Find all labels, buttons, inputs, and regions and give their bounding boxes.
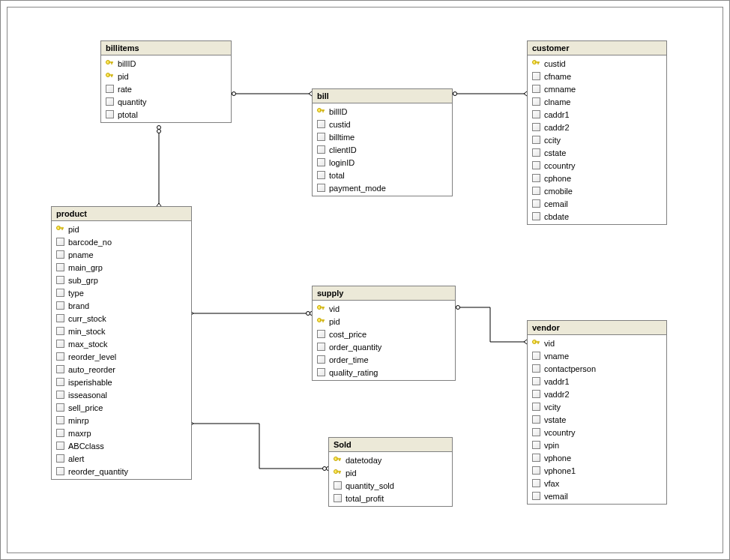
field-vendor-vid[interactable]: vid: [528, 337, 666, 349]
field-billitems-pid[interactable]: pid: [101, 70, 231, 82]
field-vendor-vpin[interactable]: vpin: [528, 439, 666, 451]
field-customer-cphone[interactable]: cphone: [528, 172, 666, 184]
column-icon: [531, 136, 541, 145]
field-bill-billtime[interactable]: billtime: [313, 130, 452, 143]
field-product-alert[interactable]: alert: [52, 452, 191, 465]
field-vendor-vfax[interactable]: vfax: [528, 477, 666, 490]
field-product-pname[interactable]: pname: [52, 248, 191, 261]
table-title-sold[interactable]: Sold: [329, 438, 452, 452]
field-product-reorder_quantity[interactable]: reorder_quantity: [52, 465, 191, 478]
field-product-reorder_level[interactable]: reorder_level: [52, 350, 191, 363]
table-title-bill[interactable]: bill: [313, 89, 452, 103]
field-customer-cfname[interactable]: cfname: [528, 70, 666, 82]
field-billitems-rate[interactable]: rate: [101, 82, 231, 95]
primary-key-icon: [332, 456, 343, 465]
field-billitems-ptotal[interactable]: ptotal: [101, 108, 231, 121]
field-label: cstate: [544, 148, 566, 157]
table-sold[interactable]: Solddatetodaypidquantity_soldtotal_profi…: [328, 437, 453, 507]
field-vendor-vcity[interactable]: vcity: [528, 400, 666, 413]
field-vendor-vaddr2[interactable]: vaddr2: [528, 388, 666, 400]
field-customer-cemail[interactable]: cemail: [528, 197, 666, 210]
connection-billitems-product[interactable]: [157, 126, 161, 210]
field-customer-cmname[interactable]: cmname: [528, 82, 666, 95]
field-bill-clientID[interactable]: clientID: [313, 143, 452, 156]
field-supply-order_quantity[interactable]: order_quantity: [313, 340, 455, 353]
field-label: vid: [544, 339, 555, 348]
field-customer-custid[interactable]: custid: [528, 57, 666, 70]
field-vendor-vphone1[interactable]: vphone1: [528, 464, 666, 477]
table-title-billitems[interactable]: billitems: [101, 41, 231, 55]
field-product-barcode_no[interactable]: barcode_no: [52, 235, 191, 248]
field-product-sell_price[interactable]: sell_price: [52, 401, 191, 414]
field-customer-cmobile[interactable]: cmobile: [528, 184, 666, 197]
field-sold-total_profit[interactable]: total_profit: [329, 492, 452, 505]
field-supply-cost_price[interactable]: cost_price: [313, 328, 455, 340]
field-label: rate: [118, 85, 132, 94]
connection-supply-vendor[interactable]: [453, 306, 531, 345]
field-product-main_grp[interactable]: main_grp: [52, 261, 191, 274]
field-customer-ccountry[interactable]: ccountry: [528, 159, 666, 172]
field-product-max_stock[interactable]: max_stock: [52, 337, 191, 350]
field-vendor-vstate[interactable]: vstate: [528, 413, 666, 426]
field-supply-order_time[interactable]: order_time: [313, 353, 455, 366]
table-vendor[interactable]: vendorvidvnamecontactpersonvaddr1vaddr2v…: [527, 320, 667, 505]
field-product-sub_grp[interactable]: sub_grp: [52, 274, 191, 286]
field-product-brand[interactable]: brand: [52, 299, 191, 312]
field-bill-loginID[interactable]: loginID: [313, 156, 452, 169]
column-icon: [531, 72, 541, 81]
field-label: custid: [544, 59, 566, 68]
field-bill-payment_mode[interactable]: payment_mode: [313, 181, 452, 194]
table-title-vendor[interactable]: vendor: [528, 321, 666, 335]
column-icon: [316, 158, 326, 167]
table-title-supply[interactable]: supply: [313, 286, 455, 301]
column-icon: [55, 391, 65, 400]
field-bill-total[interactable]: total: [313, 169, 452, 181]
field-vendor-vphone[interactable]: vphone: [528, 451, 666, 464]
field-vendor-vaddr1[interactable]: vaddr1: [528, 375, 666, 388]
field-product-type[interactable]: type: [52, 286, 191, 299]
field-vendor-vcountry[interactable]: vcountry: [528, 426, 666, 439]
field-supply-pid[interactable]: pid: [313, 315, 455, 328]
field-customer-caddr2[interactable]: caddr2: [528, 121, 666, 133]
field-product-min_stock[interactable]: min_stock: [52, 325, 191, 337]
field-product-curr_stock[interactable]: curr_stock: [52, 312, 191, 325]
field-customer-cbdate[interactable]: cbdate: [528, 210, 666, 223]
field-sold-quantity_sold[interactable]: quantity_sold: [329, 479, 452, 492]
field-supply-vid[interactable]: vid: [313, 302, 455, 315]
field-product-isseasonal[interactable]: isseasonal: [52, 388, 191, 401]
field-billitems-billID[interactable]: billID: [101, 57, 231, 70]
field-customer-clname[interactable]: clname: [528, 95, 666, 108]
table-title-product[interactable]: product: [52, 207, 191, 221]
table-billitems[interactable]: billitemsbillIDpidratequantityptotal: [100, 40, 232, 123]
field-customer-caddr1[interactable]: caddr1: [528, 108, 666, 121]
field-product-ABCclass[interactable]: ABCclass: [52, 439, 191, 452]
field-product-auto_reorder[interactable]: auto_reorder: [52, 363, 191, 376]
connection-bill-customer[interactable]: [450, 91, 531, 96]
field-vendor-vname[interactable]: vname: [528, 349, 666, 362]
field-product-isperishable[interactable]: isperishable: [52, 376, 191, 388]
field-sold-datetoday[interactable]: datetoday: [329, 454, 452, 466]
field-vendor-vemail[interactable]: vemail: [528, 490, 666, 502]
connection-billitems-bill[interactable]: [229, 91, 316, 96]
field-billitems-quantity[interactable]: quantity: [101, 95, 231, 108]
field-label: loginID: [329, 158, 355, 167]
field-product-minrp[interactable]: minrp: [52, 414, 191, 427]
table-bill[interactable]: billbillIDcustidbilltimeclientIDloginIDt…: [312, 88, 453, 196]
field-label: vaddr2: [544, 390, 570, 399]
table-product[interactable]: productpidbarcode_nopnamemain_grpsub_grp…: [51, 206, 192, 480]
field-bill-billID[interactable]: billID: [313, 105, 452, 118]
field-supply-quality_rating[interactable]: quality_rating: [313, 366, 455, 379]
field-vendor-contactperson[interactable]: contactperson: [528, 362, 666, 375]
field-bill-custid[interactable]: custid: [313, 118, 452, 130]
field-sold-pid[interactable]: pid: [329, 466, 452, 479]
field-product-maxrp[interactable]: maxrp: [52, 427, 191, 439]
field-customer-cstate[interactable]: cstate: [528, 146, 666, 159]
connection-product-sold[interactable]: [187, 421, 331, 471]
table-supply[interactable]: supplyvidpidcost_priceorder_quantityorde…: [312, 286, 456, 381]
field-product-pid[interactable]: pid: [52, 223, 191, 235]
table-title-customer[interactable]: customer: [528, 41, 666, 55]
diagram-canvas[interactable]: billitemsbillIDpidratequantityptotalbill…: [7, 7, 723, 553]
table-customer[interactable]: customercustidcfnamecmnameclnamecaddr1ca…: [527, 40, 667, 225]
field-customer-ccity[interactable]: ccity: [528, 133, 666, 146]
connection-product-supply[interactable]: [187, 311, 314, 316]
